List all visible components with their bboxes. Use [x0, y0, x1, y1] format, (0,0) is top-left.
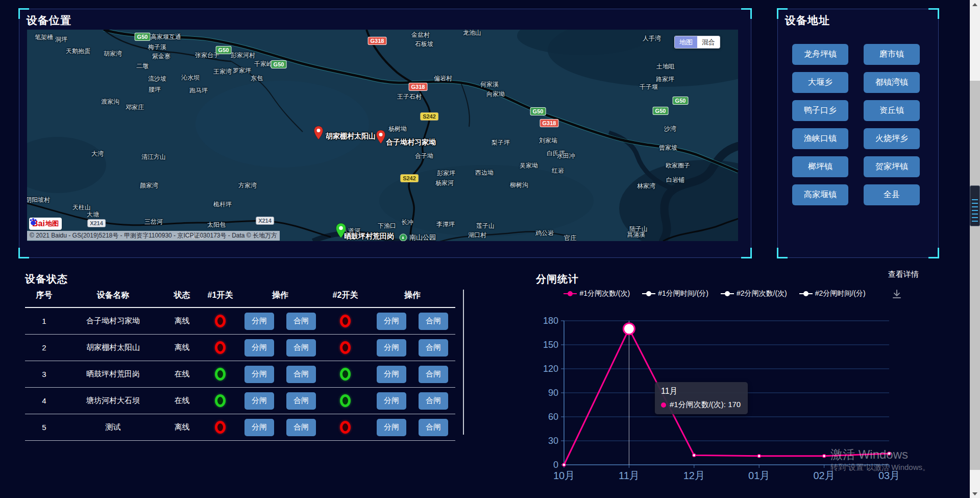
close-button[interactable]: 合闸	[419, 419, 448, 436]
map-place-label: 下渔口	[378, 222, 396, 230]
svg-text:0: 0	[553, 460, 558, 470]
close-button[interactable]: 合闸	[286, 339, 316, 357]
legend-item-2[interactable]: #1分闸时间/(分)	[642, 289, 708, 298]
close-button[interactable]: 合闸	[419, 339, 448, 357]
close-button[interactable]: 合闸	[419, 366, 448, 383]
trip-button[interactable]: 分闸	[377, 339, 406, 357]
map-type-option-hybrid[interactable]: 混合	[697, 36, 720, 48]
map-place-label: 合子坳	[415, 152, 433, 160]
road-badge-G318: G318	[368, 37, 387, 45]
switch1-cell	[201, 421, 239, 434]
map-place-label: 土地咀	[656, 62, 675, 71]
address-button-9[interactable]: 榔坪镇	[792, 156, 848, 177]
trip-button[interactable]: 分闸	[377, 392, 406, 410]
trip-button[interactable]: 分闸	[377, 419, 406, 436]
legend-line-icon	[721, 291, 734, 296]
trip-button[interactable]: 分闸	[377, 313, 406, 330]
device-status-table: 序号设备名称状态#1开关操作#2开关操作 1合子坳村习家坳离线分闸合闸分闸合闸2…	[25, 284, 455, 441]
switch1-cell	[201, 341, 239, 354]
table-row: 3晒鼓坪村荒田岗在线分闸合闸分闸合闸	[25, 361, 455, 388]
scrollbar-widget[interactable]	[970, 185, 980, 226]
map-place-label: 清江方山	[141, 153, 166, 161]
map-place-label: 颜家湾	[140, 181, 158, 190]
address-button-10[interactable]: 贺家坪镇	[864, 156, 920, 177]
page-scrollbar[interactable]	[970, 0, 980, 498]
map-place-label: 刘家垴	[539, 136, 557, 145]
map-place-label: 跑马坪	[189, 86, 208, 95]
trip-button[interactable]: 分闸	[244, 392, 274, 410]
map-place-label: 渡家沟	[101, 98, 119, 106]
operation-cell: 分闸合闸	[239, 339, 321, 357]
address-button-3[interactable]: 大堰乡	[792, 72, 848, 93]
address-button-11[interactable]: 高家堰镇	[792, 184, 848, 205]
status-indicator-sw2	[340, 315, 351, 327]
map-place-label: 彭家坪	[437, 169, 455, 178]
map-place-label: 金盆村	[411, 31, 430, 39]
chart-title: 分闸统计	[536, 272, 579, 286]
park-icon	[400, 234, 407, 242]
svg-text:30: 30	[548, 436, 558, 446]
operation-cell: 分闸合闸	[239, 419, 321, 436]
address-button-5[interactable]: 鸭子口乡	[792, 100, 848, 121]
legend-label: #1分闸时间/(分)	[658, 289, 708, 298]
address-button-6[interactable]: 资丘镇	[864, 100, 920, 121]
status-indicator-sw1	[215, 394, 226, 407]
road-badge-G50: G50	[135, 33, 151, 41]
trip-button[interactable]: 分闸	[244, 339, 274, 357]
map-place-label: 天鹅抱蛋	[66, 47, 90, 56]
address-button-12[interactable]: 全县	[864, 184, 920, 205]
cell-status: 离线	[163, 316, 201, 326]
switch2-cell	[321, 315, 370, 327]
table-scrollbar[interactable]	[463, 290, 464, 435]
status-indicator-sw2	[340, 421, 351, 434]
switch2-cell	[321, 421, 370, 434]
operation-cell: 分闸合闸	[239, 392, 321, 410]
map-type-option-map[interactable]: 地图	[675, 36, 697, 48]
scroll-up-arrow[interactable]	[970, 0, 980, 9]
legend-item-3[interactable]: #2分闸次数/(次)	[721, 289, 787, 298]
close-button[interactable]: 合闸	[286, 392, 316, 410]
operation-cell: 分闸合闸	[370, 339, 455, 357]
cell-status: 离线	[163, 343, 201, 352]
map-place-label: 林家湾	[637, 182, 655, 191]
address-button-8[interactable]: 火烧坪乡	[864, 128, 920, 149]
close-button[interactable]: 合闸	[286, 366, 316, 383]
address-button-1[interactable]: 龙舟坪镇	[792, 44, 848, 65]
road-badge-G50: G50	[216, 46, 232, 54]
address-button-2[interactable]: 磨市镇	[864, 44, 920, 65]
map-place-label: 何家溪	[480, 80, 499, 89]
cell-status: 离线	[163, 422, 201, 432]
close-button[interactable]: 合闸	[286, 419, 316, 436]
scroll-down-arrow[interactable]	[970, 489, 980, 498]
legend-line-icon	[564, 291, 577, 296]
close-button[interactable]: 合闸	[419, 313, 448, 330]
baidu-logo[interactable]: Bai 地图	[29, 218, 62, 230]
road-badge-S242: S242	[400, 174, 419, 182]
trip-button[interactable]: 分闸	[244, 419, 274, 436]
map-place-label: 阴阳坡村	[27, 196, 50, 204]
svg-text:60: 60	[548, 412, 558, 422]
view-details-link[interactable]: 查看详情	[888, 270, 919, 279]
close-button[interactable]: 合闸	[286, 313, 316, 330]
address-button-grid: 龙舟坪镇磨市镇大堰乡都镇湾镇鸭子口乡资丘镇渔峡口镇火烧坪乡榔坪镇贺家坪镇高家堰镇…	[792, 44, 920, 205]
cell-device-name: 塘坊河村大石坝	[63, 396, 163, 406]
legend-item-1[interactable]: #1分闸次数/(次)	[564, 289, 630, 298]
legend-item-4[interactable]: #2分闸时间/(分)	[799, 289, 866, 298]
map-place-label: 洞坪	[55, 35, 67, 44]
trip-button[interactable]: 分闸	[244, 313, 274, 330]
trip-button[interactable]: 分闸	[244, 366, 274, 383]
cell-no: 2	[25, 343, 63, 352]
corner-accent	[741, 248, 752, 258]
baidu-map[interactable]: 笔架槽洞坪天鹅抱蛋胡家湾高家堰互通梅子溪紫金寨二墩流沙坡沁水坝腰坪跑马坪渡家沟邓…	[27, 30, 738, 241]
trip-button[interactable]: 分闸	[377, 366, 406, 383]
scrollbar-thumb[interactable]	[970, 81, 980, 470]
map-place-label: 梨子坪	[492, 138, 510, 147]
status-indicator-sw1	[215, 315, 226, 327]
map-place-label: 大湾	[91, 150, 104, 158]
dashboard: 设备位置	[0, 0, 980, 498]
address-button-7[interactable]: 渔峡口镇	[792, 128, 848, 149]
address-button-4[interactable]: 都镇湾镇	[864, 72, 920, 93]
map-place-label: 官庄	[564, 234, 576, 242]
close-button[interactable]: 合闸	[419, 392, 448, 410]
map-place-label: 方家湾	[238, 181, 257, 190]
